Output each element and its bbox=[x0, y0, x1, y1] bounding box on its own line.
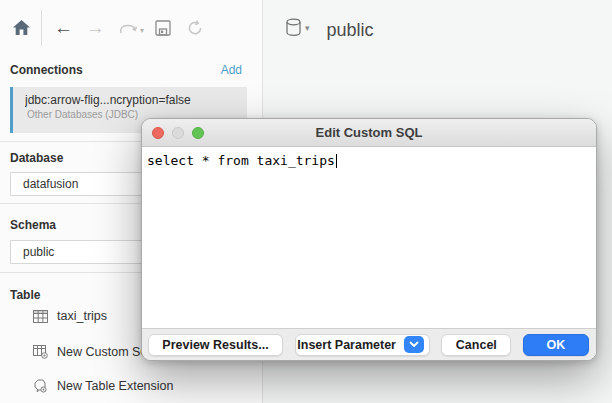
schema-title: public bbox=[327, 20, 374, 41]
toolbar: ← → ▾ bbox=[0, 0, 262, 55]
database-cylinder-icon[interactable] bbox=[285, 18, 302, 38]
text-cursor bbox=[336, 154, 338, 168]
dialog-footer: Preview Results... Insert Parameter Canc… bbox=[142, 328, 596, 360]
sql-text: select * from taxi_trips bbox=[147, 153, 335, 168]
redo-dropdown-caret-icon[interactable]: ▾ bbox=[140, 26, 144, 35]
table-extension-icon bbox=[33, 379, 48, 393]
back-icon[interactable]: ← bbox=[54, 18, 73, 37]
insert-parameter-button[interactable]: Insert Parameter bbox=[295, 334, 430, 356]
new-table-extension-label: New Table Extension bbox=[57, 379, 174, 393]
add-connection-link[interactable]: Add bbox=[221, 63, 242, 77]
minimize-window-icon bbox=[172, 127, 184, 139]
edit-custom-sql-dialog: Edit Custom SQL select * from taxi_trips… bbox=[141, 118, 597, 361]
connections-header: Connections Add bbox=[0, 63, 262, 77]
save-icon[interactable] bbox=[154, 19, 172, 37]
connections-label: Connections bbox=[10, 63, 83, 77]
dialog-title: Edit Custom SQL bbox=[316, 125, 423, 140]
zoom-window-icon[interactable] bbox=[192, 127, 204, 139]
cancel-button[interactable]: Cancel bbox=[441, 334, 511, 356]
new-table-extension-item[interactable]: New Table Extension bbox=[0, 379, 262, 393]
toolbar-separator bbox=[41, 10, 42, 46]
ok-button[interactable]: OK bbox=[523, 334, 589, 356]
sql-editor[interactable]: select * from taxi_trips bbox=[142, 147, 596, 328]
home-icon[interactable] bbox=[12, 19, 31, 36]
insert-parameter-label: Insert Parameter bbox=[297, 338, 396, 352]
connection-name: jdbc:arrow-flig...ncryption=false bbox=[25, 93, 247, 107]
table-grid-icon bbox=[33, 310, 48, 323]
custom-sql-icon bbox=[33, 345, 48, 359]
close-window-icon[interactable] bbox=[152, 127, 164, 139]
schema-header: ▾ public bbox=[264, 0, 612, 41]
forward-icon[interactable]: → bbox=[86, 18, 105, 37]
database-caret-icon[interactable]: ▾ bbox=[305, 23, 310, 33]
refresh-icon[interactable] bbox=[186, 19, 204, 37]
insert-parameter-chevron-icon[interactable] bbox=[404, 336, 424, 353]
redo-icon[interactable] bbox=[118, 21, 138, 35]
table-item-label: taxi_trips bbox=[57, 309, 107, 323]
window-controls bbox=[152, 127, 204, 139]
preview-results-button[interactable]: Preview Results... bbox=[148, 334, 283, 356]
dialog-titlebar[interactable]: Edit Custom SQL bbox=[142, 119, 596, 147]
